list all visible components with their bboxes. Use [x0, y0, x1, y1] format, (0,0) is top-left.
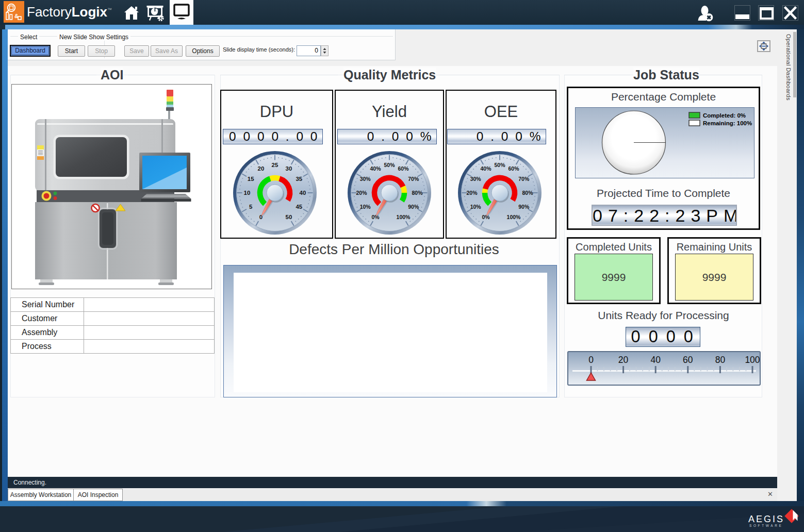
svg-text:80%: 80%: [522, 190, 533, 196]
svg-text:100: 100: [745, 355, 760, 365]
svg-text:20: 20: [258, 165, 265, 172]
svg-text:35: 35: [296, 176, 302, 182]
svg-text:90%: 90%: [408, 204, 419, 210]
svg-text:70%: 70%: [518, 176, 530, 182]
svg-text:80: 80: [715, 355, 726, 365]
svg-text:30%: 30%: [360, 176, 371, 182]
svg-text:40: 40: [300, 190, 306, 196]
svg-text:10: 10: [244, 190, 251, 196]
svg-text:50: 50: [286, 214, 292, 220]
svg-text:5: 5: [249, 204, 253, 210]
svg-text:20%: 20%: [356, 190, 367, 196]
svg-text:40%: 40%: [480, 165, 491, 172]
svg-text:50%: 50%: [384, 162, 395, 168]
svg-text:Completed: 0%: Completed: 0%: [703, 112, 746, 119]
svg-text:80%: 80%: [412, 190, 423, 196]
svg-text:50%: 50%: [494, 162, 505, 168]
svg-text:60%: 60%: [398, 165, 409, 172]
svg-text:25: 25: [272, 162, 278, 168]
svg-text:0: 0: [588, 355, 594, 365]
svg-text:40: 40: [650, 355, 661, 365]
svg-text:30%: 30%: [470, 176, 482, 182]
svg-text:70%: 70%: [408, 176, 419, 182]
svg-text:100%: 100%: [397, 214, 411, 220]
svg-text:10%: 10%: [360, 204, 371, 210]
svg-text:10%: 10%: [470, 204, 482, 210]
svg-text:20: 20: [618, 355, 629, 365]
svg-text:60: 60: [683, 355, 693, 365]
svg-text:45: 45: [296, 204, 302, 210]
svg-text:Remaining: 100%: Remaining: 100%: [703, 120, 752, 126]
svg-text:100%: 100%: [507, 214, 521, 220]
svg-text:30: 30: [286, 165, 292, 172]
svg-text:90%: 90%: [518, 204, 530, 210]
svg-text:60%: 60%: [508, 165, 519, 172]
svg-text:20%: 20%: [466, 190, 478, 196]
svg-text:40%: 40%: [370, 165, 381, 172]
svg-text:15: 15: [248, 176, 254, 182]
